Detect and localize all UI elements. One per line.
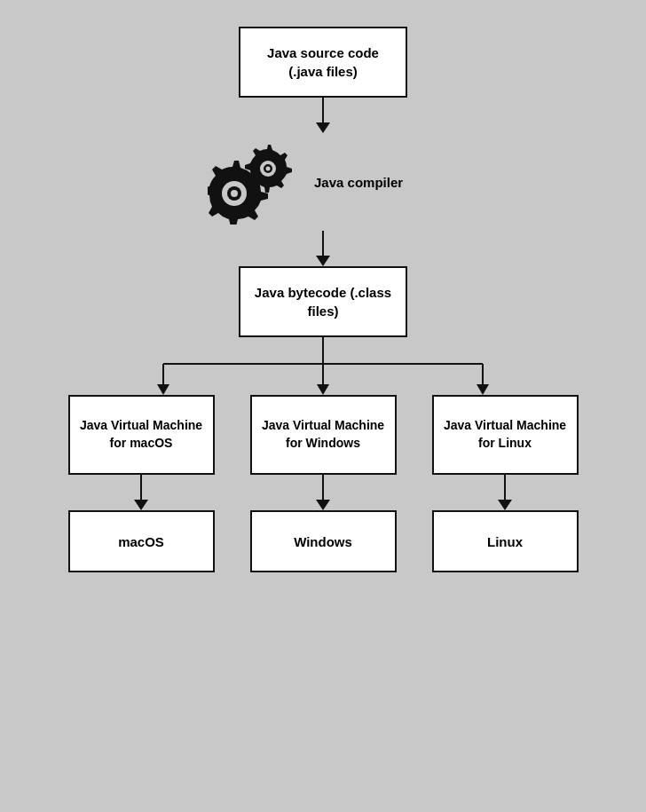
arrow-compiler-to-bytecode xyxy=(316,231,330,266)
os-macos-box: macOS xyxy=(68,510,215,572)
jvm-macos-label: Java Virtual Machinefor macOS xyxy=(80,417,202,452)
bytecode-box: Java bytecode (.classfiles) xyxy=(239,266,407,337)
jvm-linux-box: Java Virtual Machinefor Linux xyxy=(432,395,579,475)
os-windows-box: Windows xyxy=(250,510,397,572)
svg-marker-12 xyxy=(157,384,169,395)
jvm-row: Java Virtual Machinefor macOS macOS Java… xyxy=(0,395,646,572)
linux-column: Java Virtual Machinefor Linux Linux xyxy=(432,395,579,572)
jvm-macos-box: Java Virtual Machinefor macOS xyxy=(68,395,215,475)
arrow-jvm-linux xyxy=(498,475,512,510)
macos-column: Java Virtual Machinefor macOS macOS xyxy=(68,395,215,572)
jvm-linux-label: Java Virtual Machinefor Linux xyxy=(444,417,566,452)
jvm-windows-label: Java Virtual Machinefor Windows xyxy=(262,417,384,452)
os-linux-label: Linux xyxy=(487,532,523,551)
svg-marker-14 xyxy=(477,384,489,395)
arrow-jvm-macos xyxy=(134,475,148,510)
diagram: Java source code(.java files) xyxy=(0,0,646,812)
svg-point-2 xyxy=(231,190,238,197)
compiler-row: Java compiler xyxy=(137,133,509,231)
bytecode-label: Java bytecode (.classfiles) xyxy=(255,283,391,320)
arrow-source-to-compiler xyxy=(316,98,330,133)
branch-arrows xyxy=(75,337,571,395)
os-windows-label: Windows xyxy=(294,532,352,551)
windows-column: Java Virtual Machinefor Windows Windows xyxy=(250,395,397,572)
os-macos-label: macOS xyxy=(118,532,164,551)
source-code-label: Java source code(.java files) xyxy=(267,43,379,81)
source-code-box: Java source code(.java files) xyxy=(239,27,407,98)
arrow-jvm-windows xyxy=(316,475,330,510)
svg-point-5 xyxy=(266,167,271,171)
gears-container xyxy=(208,136,305,228)
gears-icon xyxy=(208,136,305,225)
compiler-label: Java compiler xyxy=(314,175,403,190)
jvm-windows-box: Java Virtual Machinefor Windows xyxy=(250,395,397,475)
os-linux-box: Linux xyxy=(432,510,579,572)
svg-marker-13 xyxy=(317,384,329,395)
